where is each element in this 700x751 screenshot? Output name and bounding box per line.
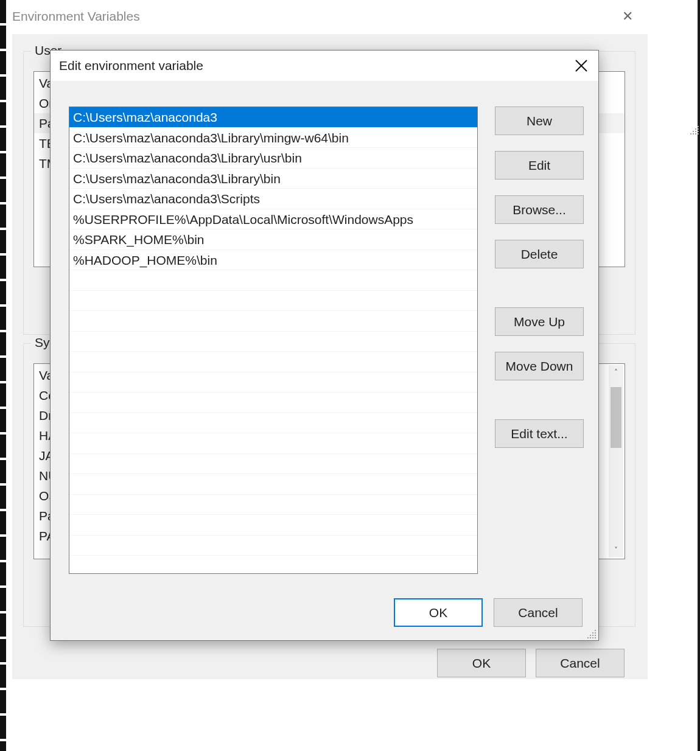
ok-button[interactable]: OK — [394, 598, 483, 627]
path-entry-empty[interactable] — [69, 454, 477, 475]
move-down-button[interactable]: Move Down — [495, 352, 584, 380]
path-entry-empty[interactable] — [69, 515, 477, 536]
modal-title: Edit environment variable — [59, 58, 203, 73]
browse-button[interactable]: Browse... — [495, 195, 584, 224]
svg-rect-17 — [592, 637, 593, 638]
path-entry-empty[interactable] — [69, 372, 477, 393]
svg-rect-7 — [695, 133, 696, 134]
svg-rect-13 — [595, 635, 596, 636]
svg-rect-9 — [690, 133, 691, 134]
path-entry-empty[interactable] — [69, 536, 477, 556]
path-entry[interactable]: C:\Users\maz\anaconda3\Library\bin — [69, 169, 477, 189]
path-entries-list[interactable]: C:\Users\maz\anaconda3C:\Users\maz\anaco… — [69, 107, 478, 574]
path-entry[interactable]: %HADOOP_HOME%\bin — [69, 250, 477, 271]
cancel-button[interactable]: Cancel — [494, 598, 583, 627]
svg-rect-19 — [587, 637, 589, 638]
svg-rect-12 — [592, 632, 593, 634]
path-entry[interactable]: C:\Users\maz\anaconda3 — [69, 107, 477, 128]
environment-variables-dialog: Environment Variables ✕ User Va On Pat T… — [6, 0, 645, 33]
svg-rect-4 — [695, 131, 696, 132]
svg-rect-5 — [693, 131, 694, 132]
edit-button[interactable]: Edit — [495, 151, 584, 180]
svg-rect-18 — [590, 637, 591, 638]
path-entry-empty[interactable] — [69, 556, 477, 576]
path-entry[interactable]: C:\Users\maz\anaconda3\Scripts — [69, 189, 477, 209]
path-entry-empty[interactable] — [69, 393, 477, 413]
scrollbar[interactable]: ˄ ˅ — [609, 365, 623, 557]
svg-rect-11 — [595, 632, 596, 634]
svg-rect-2 — [695, 128, 696, 130]
new-button[interactable]: New — [495, 107, 584, 135]
edit-environment-variable-dialog: Edit environment variable C:\Users\maz\a… — [50, 50, 599, 641]
scroll-up-icon[interactable]: ˄ — [609, 365, 623, 380]
path-entry-empty[interactable] — [69, 291, 477, 312]
delete-button[interactable]: Delete — [495, 240, 584, 268]
modal-footer: OK Cancel — [51, 598, 598, 627]
scroll-thumb[interactable] — [611, 387, 621, 448]
svg-rect-16 — [595, 637, 596, 638]
side-buttons: New Edit Browse... Delete Move Up Move D… — [495, 107, 584, 448]
path-entry-empty[interactable] — [69, 413, 477, 434]
close-icon[interactable]: ✕ — [618, 9, 637, 24]
parent-ok-button[interactable]: OK — [437, 649, 526, 677]
edit-text-button[interactable]: Edit text... — [495, 419, 584, 448]
move-up-button[interactable]: Move Up — [495, 307, 584, 336]
path-entry[interactable]: %SPARK_HOME%\bin — [69, 229, 477, 250]
parent-title: Environment Variables — [12, 9, 140, 24]
svg-rect-14 — [592, 635, 593, 636]
path-entry-empty[interactable] — [69, 270, 477, 291]
path-entry-empty[interactable] — [69, 352, 477, 372]
path-entry[interactable]: %USERPROFILE%\AppData\Local\Microsoft\Wi… — [69, 209, 477, 230]
path-entry-empty[interactable] — [69, 311, 477, 332]
path-entry-empty[interactable] — [69, 332, 477, 352]
parent-cancel-button[interactable]: Cancel — [536, 649, 625, 677]
path-entry-empty[interactable] — [69, 495, 477, 515]
path-entry[interactable]: C:\Users\maz\anaconda3\Library\usr\bin — [69, 148, 477, 169]
close-icon[interactable] — [574, 58, 589, 73]
scroll-down-icon[interactable]: ˅ — [609, 543, 623, 557]
parent-titlebar: Environment Variables ✕ — [6, 0, 645, 33]
svg-rect-10 — [595, 630, 596, 631]
resize-grip-icon[interactable] — [586, 628, 597, 639]
path-entry[interactable]: C:\Users\maz\anaconda3\Library\mingw-w64… — [69, 128, 477, 148]
modal-titlebar: Edit environment variable — [51, 51, 598, 81]
modal-body: C:\Users\maz\anaconda3C:\Users\maz\anaco… — [51, 81, 598, 640]
svg-rect-8 — [693, 133, 694, 134]
path-entry-empty[interactable] — [69, 433, 477, 454]
svg-rect-15 — [590, 635, 591, 636]
path-entry-empty[interactable] — [69, 474, 477, 495]
